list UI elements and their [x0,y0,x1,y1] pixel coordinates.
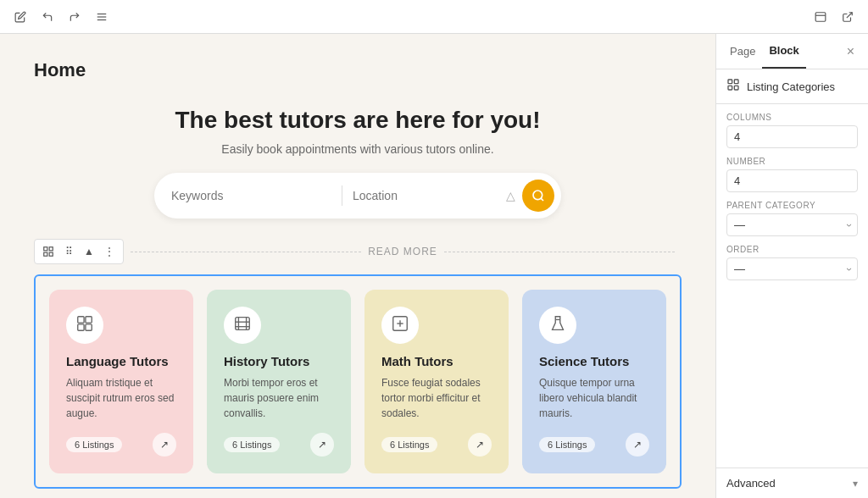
cat-icon-wrap-language [66,307,103,344]
category-card-science: Science Tutors Quisque tempor urna liber… [522,290,666,473]
block-controls: ⠿ ▲ ⋮ [34,239,124,264]
search-bar: △ [154,173,561,219]
cat-title-language: Language Tutors [66,354,176,368]
svg-rect-14 [78,324,84,329]
cat-desc-history: Morbi tempor eros et mauris posuere enim… [224,375,334,421]
parent-category-label: PARENT CATEGORY [726,201,858,210]
category-card-history: History Tutors Morbi tempor eros et maur… [207,290,351,473]
math-icon [391,314,409,337]
columns-field: COLUMNS [726,113,858,148]
cat-arrow-history[interactable]: ↗ [310,433,334,456]
order-label: ORDER [726,245,858,254]
svg-rect-13 [86,316,92,322]
panel-close-button[interactable]: × [840,37,861,66]
category-card-math: Math Tutors Fusce feugiat sodales tortor… [364,290,509,473]
cat-listings-science: 6 Listings [539,437,595,452]
parent-category-field: PARENT CATEGORY — [726,201,858,236]
advanced-chevron-icon: ▾ [853,478,858,490]
cat-listings-math: 6 Listings [381,437,437,452]
number-field: NUMBER [726,157,858,192]
cat-desc-math: Fusce feugiat sodales tortor morbi effic… [381,375,492,421]
edit-icon[interactable] [10,7,31,27]
external-link-icon[interactable] [837,7,858,27]
svg-line-7 [541,198,543,201]
cat-icon-wrap-history [224,307,261,344]
advanced-toggle[interactable]: Advanced ▾ [726,477,858,490]
order-field: ORDER — [726,245,858,280]
keywords-input[interactable] [171,189,331,202]
svg-rect-16 [236,317,250,329]
parent-category-select[interactable]: — [726,213,858,236]
block-ctrl-drag-icon[interactable]: ⠿ [59,242,78,261]
cat-footer-history: 6 Listings ↗ [224,433,334,456]
list-icon[interactable] [92,7,112,27]
columns-label: COLUMNS [726,113,858,122]
svg-rect-10 [44,252,47,256]
panel-block-header: Listing Categories [716,69,868,104]
page-content: Home The best tutors are here for you! E… [0,34,715,498]
advanced-label: Advanced [726,477,776,490]
svg-rect-11 [49,252,53,256]
cat-footer-math: 6 Listings ↗ [381,433,492,456]
cat-arrow-language[interactable]: ↗ [153,433,176,456]
cat-title-math: Math Tutors [381,354,492,368]
svg-rect-25 [728,80,732,84]
search-location: △ [353,189,515,202]
page-home-title: Home [34,59,682,81]
undo-icon[interactable] [37,7,58,27]
window-icon[interactable] [810,7,831,27]
cat-arrow-math[interactable]: ↗ [468,433,492,456]
cat-icon-wrap-science [539,307,576,344]
block-ctrl-more-icon[interactable]: ⋮ [100,242,119,261]
cat-desc-science: Quisque tempor urna libero vehicula blan… [539,375,649,421]
dashed-line-left [131,252,361,252]
listing-categories-icon [726,78,740,95]
cat-listings-history: 6 Listings [224,437,280,452]
main-layout: Home The best tutors are here for you! E… [0,34,868,498]
order-select-wrap: — [726,257,858,280]
canvas-area: Home The best tutors are here for you! E… [0,34,715,498]
svg-rect-15 [86,324,92,329]
panel-advanced: Advanced ▾ [716,468,868,498]
svg-rect-12 [78,316,84,322]
hero-section: The best tutors are here for you! Easily… [34,107,682,219]
order-select[interactable]: — [726,257,858,280]
panel-body: COLUMNS NUMBER PARENT CATEGORY — ORDER [716,104,868,468]
read-more-label: READ MORE [368,246,437,257]
svg-point-6 [533,191,542,200]
hero-subtext: Easily book appointments with various tu… [34,142,682,156]
svg-rect-28 [734,86,738,90]
svg-rect-27 [728,86,732,90]
redo-icon[interactable] [64,7,85,27]
parent-category-select-wrap: — [726,213,858,236]
toolbar-right [810,7,858,27]
cat-icon-wrap-math [381,307,419,344]
columns-input[interactable] [726,125,858,148]
svg-rect-3 [815,12,826,21]
block-ctrl-grid-icon[interactable] [39,242,58,261]
block-controls-row: ⠿ ▲ ⋮ READ MORE [34,239,682,264]
panel-block-name: Listing Categories [747,80,835,93]
cat-footer-science: 6 Listings ↗ [539,433,649,456]
cat-arrow-science[interactable]: ↗ [626,433,649,456]
number-input[interactable] [726,169,858,192]
svg-rect-9 [49,247,53,251]
hero-heading: The best tutors are here for you! [34,107,682,134]
location-icon: △ [506,189,515,202]
search-divider [342,185,342,206]
history-icon [233,314,252,337]
language-icon [75,314,94,337]
tab-page[interactable]: Page [723,35,762,68]
cat-desc-language: Aliquam tristique et suscipit rutrum ero… [66,375,176,421]
category-card-language: Language Tutors Aliquam tristique et sus… [49,290,193,473]
panel-tabs: Page Block × [716,34,868,69]
svg-rect-26 [734,80,738,84]
svg-line-5 [847,12,852,17]
block-ctrl-up-icon[interactable]: ▲ [80,242,98,261]
location-input[interactable] [353,189,501,202]
categories-grid: Language Tutors Aliquam tristique et sus… [34,274,682,489]
cat-title-history: History Tutors [224,354,334,368]
tab-block[interactable]: Block [762,34,805,69]
search-button[interactable] [522,180,554,212]
cat-footer-language: 6 Listings ↗ [66,433,176,456]
